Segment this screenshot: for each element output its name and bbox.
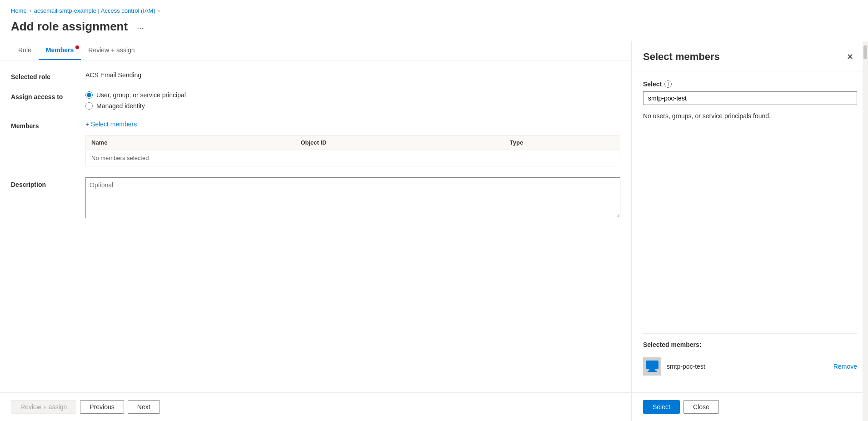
member-avatar [643, 357, 661, 376]
radio-managed-identity[interactable]: Managed identity [85, 102, 620, 110]
members-table: Name Object ID Type No members selected [85, 135, 620, 166]
members-label: Members [11, 120, 75, 130]
select-members-link[interactable]: + Select members [85, 120, 620, 128]
radio-user-group-input[interactable] [85, 91, 93, 99]
left-panel: Role Members Review + assign Selected ro… [0, 41, 632, 421]
selected-members-label: Selected members: [643, 341, 857, 348]
next-button[interactable]: Next [128, 400, 160, 414]
close-button[interactable]: Close [683, 400, 719, 414]
no-members-message: No members selected [91, 155, 149, 161]
tab-members[interactable]: Members [39, 41, 81, 60]
radio-user-group[interactable]: User, group, or service principal [85, 91, 620, 99]
page-title: Add role assignment [11, 20, 128, 34]
breadcrumb: Home › acsemail-smtp-example | Access co… [0, 0, 868, 18]
selected-role-label: Selected role [11, 71, 75, 80]
col-name-header: Name [91, 139, 300, 146]
tab-review[interactable]: Review + assign [81, 41, 142, 60]
selected-members-section: Selected members: smtp-poc-test Remove [643, 333, 857, 383]
info-icon[interactable]: i [664, 80, 672, 88]
select-button[interactable]: Select [643, 400, 680, 414]
bottom-bar: Review + assign Previous Next [0, 392, 631, 421]
svg-rect-1 [649, 369, 655, 371]
right-panel-title: Select members [643, 51, 720, 63]
svg-rect-0 [646, 361, 658, 369]
assign-access-row: Assign access to User, group, or service… [11, 91, 620, 110]
radio-user-group-label: User, group, or service principal [96, 91, 186, 99]
breadcrumb-sep1: › [30, 8, 31, 14]
form-content: Selected role ACS Email Sending Assign a… [0, 60, 631, 392]
members-table-header: Name Object ID Type [86, 135, 620, 150]
page-header: Add role assignment ... [0, 18, 868, 41]
select-label-row: Select i [643, 80, 857, 88]
right-panel-body: Select i No users, groups, or service pr… [632, 71, 868, 392]
scrollbar[interactable] [863, 41, 868, 421]
breadcrumb-home[interactable]: Home [11, 7, 27, 14]
description-label: Description [11, 177, 75, 188]
selected-member-item: smtp-poc-test Remove [643, 354, 857, 379]
col-type-header: Type [510, 139, 614, 146]
no-results-message: No users, groups, or service principals … [643, 112, 857, 120]
col-objectid-header: Object ID [300, 139, 509, 146]
assign-access-radio-group: User, group, or service principal Manage… [85, 91, 620, 110]
radio-managed-identity-label: Managed identity [96, 102, 145, 110]
tab-bar: Role Members Review + assign [0, 41, 631, 60]
breadcrumb-resource[interactable]: acsemail-smtp-example | Access control (… [34, 7, 155, 14]
more-options-button[interactable]: ... [133, 20, 147, 33]
svg-rect-2 [648, 371, 657, 372]
right-panel-footer: Select Close [632, 392, 868, 421]
select-label: Select [643, 80, 662, 88]
assign-access-label: Assign access to [11, 91, 75, 100]
radio-managed-identity-input[interactable] [85, 102, 93, 110]
search-input[interactable] [643, 91, 857, 105]
main-layout: Role Members Review + assign Selected ro… [0, 41, 868, 421]
assign-access-options: User, group, or service principal Manage… [85, 91, 620, 110]
right-panel-header: Select members ✕ [632, 41, 868, 71]
tab-role[interactable]: Role [11, 41, 39, 60]
members-dot-indicator [75, 45, 79, 49]
selected-role-row: Selected role ACS Email Sending [11, 71, 620, 80]
members-row: Members + Select members Name Object ID … [11, 120, 620, 166]
description-section: Description [11, 177, 620, 218]
right-panel-close-icon[interactable]: ✕ [843, 50, 857, 64]
remove-member-link[interactable]: Remove [833, 363, 857, 370]
members-table-body: No members selected [86, 150, 620, 166]
right-panel: Select members ✕ Select i No users, grou… [632, 41, 868, 421]
scrollbar-thumb [863, 45, 867, 59]
member-name: smtp-poc-test [667, 363, 828, 370]
review-assign-button: Review + assign [11, 400, 76, 414]
members-value: + Select members Name Object ID Type No … [85, 120, 620, 166]
selected-role-value: ACS Email Sending [85, 71, 620, 79]
description-textarea[interactable] [85, 177, 620, 218]
previous-button[interactable]: Previous [80, 400, 124, 414]
breadcrumb-sep2: › [158, 8, 160, 14]
